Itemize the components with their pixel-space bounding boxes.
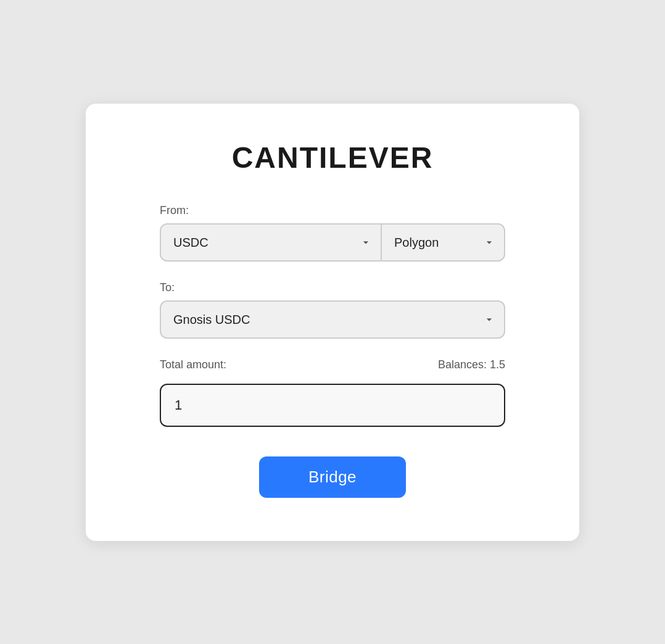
from-row: USDC USDT DAI ETH Polygon Ethereum Gnosi… xyxy=(160,223,505,262)
to-label: To: xyxy=(160,281,505,294)
main-card: CANTILEVER From: USDC USDT DAI ETH Polyg… xyxy=(86,104,579,541)
from-section: From: USDC USDT DAI ETH Polygon Ethereum… xyxy=(160,204,505,262)
token-select[interactable]: USDC USDT DAI ETH xyxy=(160,223,381,262)
amount-header: Total amount: Balances: 1.5 xyxy=(160,358,505,378)
from-label: From: xyxy=(160,204,505,217)
destination-select[interactable]: Gnosis USDC Ethereum USDC Arbitrum USDC xyxy=(160,300,505,339)
amount-label: Total amount: xyxy=(160,358,226,371)
bridge-button[interactable]: Bridge xyxy=(259,456,406,498)
form-section: From: USDC USDT DAI ETH Polygon Ethereum… xyxy=(160,204,505,456)
to-section: To: Gnosis USDC Ethereum USDC Arbitrum U… xyxy=(160,281,505,339)
amount-section: Total amount: Balances: 1.5 xyxy=(160,358,505,427)
network-select[interactable]: Polygon Ethereum Gnosis Arbitrum xyxy=(381,223,505,262)
balance-display: Balances: 1.5 xyxy=(438,358,505,371)
app-title: CANTILEVER xyxy=(232,141,434,175)
amount-input[interactable] xyxy=(160,384,505,427)
